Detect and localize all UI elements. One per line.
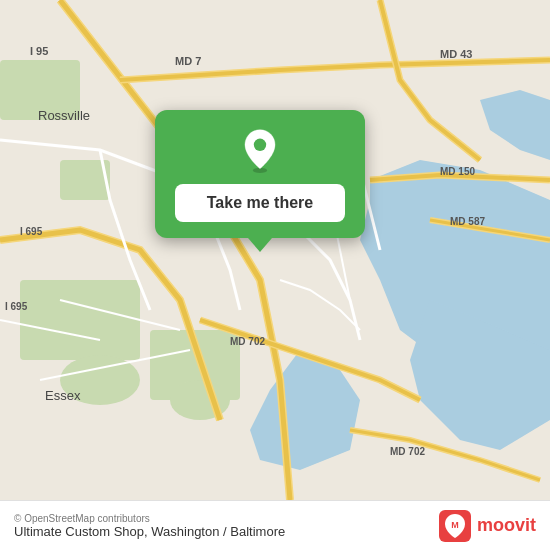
svg-text:I 695: I 695 [20,226,43,237]
map-container: I 95 MD 7 MD 43 I 695 I 695 MD 702 MD 15… [0,0,550,500]
take-me-there-button[interactable]: Take me there [175,184,345,222]
svg-text:I 95: I 95 [30,45,48,57]
svg-text:MD 7: MD 7 [175,55,201,67]
moovit-logo: M moovit [439,510,536,542]
svg-text:M: M [451,520,459,530]
svg-rect-6 [20,280,140,360]
map-background: I 95 MD 7 MD 43 I 695 I 695 MD 702 MD 15… [0,0,550,500]
svg-text:MD 587: MD 587 [450,216,485,227]
location-pin-icon [237,128,283,174]
moovit-text-label: moovit [477,515,536,536]
svg-text:I 695: I 695 [5,301,28,312]
copyright-text: © OpenStreetMap contributors [14,513,285,524]
svg-point-24 [254,139,266,151]
svg-text:MD 702: MD 702 [230,336,265,347]
svg-text:Essex: Essex [45,388,81,403]
moovit-icon: M [439,510,471,542]
svg-text:MD 43: MD 43 [440,48,472,60]
location-popup: Take me there [155,110,365,238]
svg-text:MD 702: MD 702 [390,446,425,457]
bottom-info: © OpenStreetMap contributors Ultimate Cu… [14,513,285,539]
location-name: Ultimate Custom Shop, Washington / Balti… [14,524,285,539]
svg-text:MD 150: MD 150 [440,166,475,177]
svg-text:Rossville: Rossville [38,108,90,123]
bottom-bar: © OpenStreetMap contributors Ultimate Cu… [0,500,550,550]
